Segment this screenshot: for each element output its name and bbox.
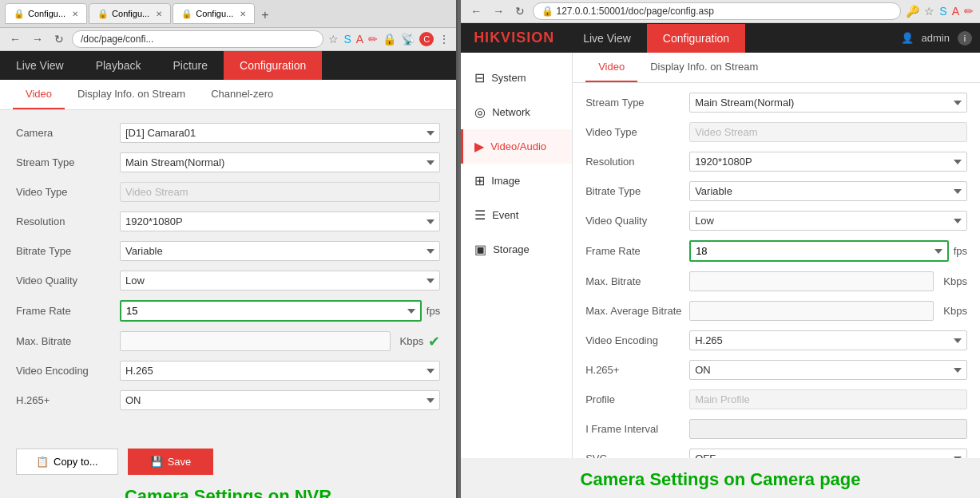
sidebar-network-label: Network bbox=[492, 106, 530, 118]
new-tab-button[interactable]: + bbox=[256, 6, 273, 24]
bitrate-type-select[interactable]: Variable bbox=[120, 241, 440, 261]
copy-to-button[interactable]: 📋 Copy to... bbox=[16, 449, 118, 475]
frame-rate-row: Frame Rate 15 fps bbox=[16, 300, 440, 322]
left-tab-video[interactable]: Video bbox=[13, 80, 65, 109]
r-profile-label: Profile bbox=[585, 393, 689, 405]
frame-rate-select[interactable]: 15 bbox=[120, 300, 422, 322]
sidebar-item-image[interactable]: ⊞ Image bbox=[461, 164, 572, 198]
left-button-row: 📋 Copy to... 💾 Save bbox=[0, 449, 456, 475]
r-bitrate-type-select[interactable]: Variable bbox=[689, 181, 967, 201]
camera-select[interactable]: [D1] Camara01 bbox=[120, 123, 440, 143]
r-h265plus-select[interactable]: ON bbox=[689, 360, 967, 380]
r-stream-type-control: Main Stream(Normal) bbox=[689, 93, 967, 113]
right-skype-icon[interactable]: S bbox=[939, 5, 946, 18]
sidebar-system-label: System bbox=[491, 72, 526, 84]
bitrate-type-label: Bitrate Type bbox=[16, 245, 120, 257]
edit-icon[interactable]: ✏ bbox=[368, 33, 378, 45]
video-encoding-select[interactable]: H.265 bbox=[120, 361, 440, 381]
left-tab-3-close[interactable]: ✕ bbox=[240, 10, 246, 18]
fps-label: fps bbox=[427, 305, 440, 317]
frame-rate-control: 15 fps bbox=[120, 300, 440, 322]
left-tab-bar: 🔒 Configu... ✕ 🔒 Configu... ✕ 🔒 Configu.… bbox=[0, 0, 456, 28]
menu-icon[interactable]: ⋮ bbox=[438, 33, 450, 45]
r-video-encoding-control: H.265 bbox=[689, 330, 967, 350]
right-star-icon[interactable]: ☆ bbox=[924, 5, 934, 18]
right-lock-icon[interactable]: 🔑 bbox=[906, 5, 919, 18]
sidebar-item-system[interactable]: ⊟ System bbox=[461, 61, 572, 95]
right-nav-configuration[interactable]: Configuration bbox=[647, 24, 745, 53]
refresh-button[interactable]: ↻ bbox=[51, 31, 67, 47]
left-save-button[interactable]: 💾 Save bbox=[128, 449, 214, 475]
back-button[interactable]: ← bbox=[6, 31, 24, 47]
sidebar-item-network[interactable]: ◎ Network bbox=[461, 95, 572, 129]
right-tab-display-info[interactable]: Display Info. on Stream bbox=[637, 53, 771, 82]
left-address-bar[interactable]: /doc/page/confi... bbox=[72, 30, 323, 48]
right-address-bar[interactable]: 🔒 127.0.0.1:50001/doc/page/config.asp bbox=[533, 2, 901, 20]
left-tab-1-label: Configu... bbox=[28, 9, 65, 18]
r-i-frame-input[interactable]: 50 bbox=[689, 419, 967, 439]
left-nav-playback[interactable]: Playback bbox=[80, 51, 157, 80]
r-svc-select[interactable]: OFF bbox=[689, 449, 967, 458]
cast-icon[interactable]: 📡 bbox=[401, 33, 415, 45]
left-nav-liveview[interactable]: Live View bbox=[0, 51, 80, 80]
left-tab-2[interactable]: 🔒 Configu... ✕ bbox=[89, 3, 171, 24]
lock-icon[interactable]: 🔒 bbox=[383, 33, 396, 45]
sidebar-event-label: Event bbox=[492, 209, 518, 221]
r-resolution-row: Resolution 1920*1080P bbox=[585, 152, 967, 172]
camera-control: [D1] Camara01 bbox=[120, 123, 440, 143]
skype-icon[interactable]: S bbox=[343, 33, 351, 45]
sidebar-item-event[interactable]: ☰ Event bbox=[461, 198, 572, 232]
left-tab-1-close[interactable]: ✕ bbox=[72, 10, 78, 18]
right-refresh-button[interactable]: ↻ bbox=[512, 3, 528, 19]
left-form: Camera [D1] Camara01 Stream Type Main St… bbox=[0, 110, 456, 433]
max-bitrate-input[interactable]: 3072 bbox=[120, 331, 391, 351]
left-tab-display-info[interactable]: Display Info. on Stream bbox=[65, 80, 198, 109]
sidebar-item-video-audio[interactable]: ▶ Video/Audio bbox=[461, 129, 572, 164]
r-h265plus-row: H.265+ ON bbox=[585, 360, 967, 380]
bitrate-type-row: Bitrate Type Variable bbox=[16, 241, 440, 261]
video-quality-select[interactable]: Low bbox=[120, 271, 440, 290]
right-acrobat-icon[interactable]: A bbox=[952, 5, 959, 18]
r-profile-select[interactable]: Main Profile bbox=[689, 389, 967, 409]
info-icon[interactable]: i bbox=[958, 31, 972, 45]
left-tab-channel-zero[interactable]: Channel-zero bbox=[198, 80, 286, 109]
left-tab-2-close[interactable]: ✕ bbox=[156, 10, 162, 18]
r-video-encoding-select[interactable]: H.265 bbox=[689, 330, 967, 350]
right-address-row: ← → ↻ 🔒 127.0.0.1:50001/doc/page/config.… bbox=[461, 0, 980, 23]
sidebar-video-label: Video/Audio bbox=[490, 140, 546, 152]
r-svc-row: SVC OFF bbox=[585, 449, 967, 458]
r-frame-rate-input-row: 18 fps bbox=[689, 240, 967, 262]
stream-type-select[interactable]: Main Stream(Normal) bbox=[120, 152, 440, 172]
star-icon[interactable]: ☆ bbox=[328, 33, 339, 45]
r-frame-rate-select[interactable]: 18 bbox=[689, 240, 949, 262]
right-forward-button[interactable]: → bbox=[490, 3, 507, 19]
r-stream-type-select[interactable]: Main Stream(Normal) bbox=[689, 93, 967, 113]
sidebar-item-storage[interactable]: ▣ Storage bbox=[461, 232, 572, 267]
max-bitrate-row: Max. Bitrate 3072 Kbps ✔ bbox=[16, 331, 440, 351]
right-tab-video[interactable]: Video bbox=[585, 53, 637, 82]
left-nav-picture[interactable]: Picture bbox=[157, 51, 224, 80]
h265plus-select[interactable]: ON bbox=[120, 390, 440, 410]
right-nav-liveview[interactable]: Live View bbox=[567, 24, 647, 53]
resolution-select[interactable]: 1920*1080P bbox=[120, 211, 440, 231]
profile-icon[interactable]: C bbox=[419, 32, 434, 46]
check-icon: ✔ bbox=[428, 333, 440, 350]
r-frame-rate-control: 18 fps bbox=[689, 240, 967, 262]
r-video-encoding-row: Video Encoding H.265 bbox=[585, 330, 967, 350]
r-max-bitrate-input[interactable]: 3072 bbox=[689, 271, 934, 291]
left-nav-configuration[interactable]: Configuration bbox=[224, 51, 322, 80]
r-max-bitrate-label: Max. Bitrate bbox=[585, 275, 689, 287]
right-back-button[interactable]: ← bbox=[467, 3, 485, 19]
r-video-type-row: Video Type Video Stream bbox=[585, 122, 967, 142]
forward-button[interactable]: → bbox=[29, 31, 46, 47]
left-tab-3[interactable]: 🔒 Configu... ✕ bbox=[173, 3, 255, 24]
r-video-quality-select[interactable]: Low bbox=[689, 211, 967, 231]
left-tab-1[interactable]: 🔒 Configu... ✕ bbox=[5, 3, 87, 24]
right-edit-icon[interactable]: ✏ bbox=[964, 5, 974, 18]
r-max-avg-bitrate-input[interactable]: 1536 bbox=[689, 301, 934, 321]
r-video-type-select[interactable]: Video Stream bbox=[689, 122, 967, 142]
image-icon: ⊞ bbox=[474, 173, 485, 188]
r-resolution-select[interactable]: 1920*1080P bbox=[689, 152, 967, 172]
acrobat-icon[interactable]: A bbox=[356, 33, 363, 45]
video-type-select[interactable]: Video Stream bbox=[120, 182, 440, 202]
